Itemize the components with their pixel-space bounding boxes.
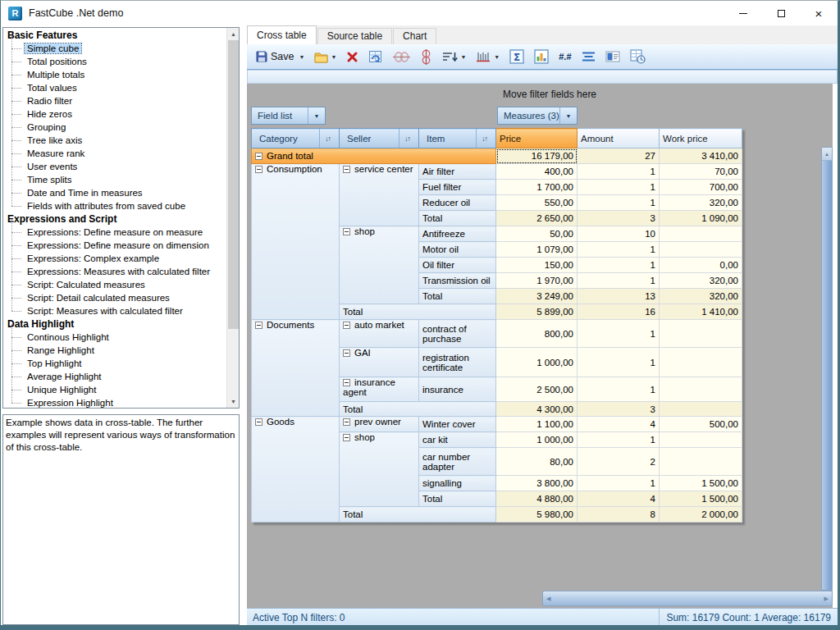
tree-item[interactable]: Multiple totals <box>3 68 226 81</box>
grid-cell[interactable]: Winter cover <box>419 417 496 432</box>
tree-item[interactable]: Expressions: Measures with calculated fi… <box>3 265 226 278</box>
grid-cell[interactable]: 3 410,00 <box>660 148 742 164</box>
grid-cell[interactable]: 16 <box>578 304 660 320</box>
grid-cell[interactable]: 70,00 <box>660 164 742 180</box>
align-button[interactable] <box>579 47 598 66</box>
tree-item[interactable]: Tree like axis <box>3 134 226 147</box>
grid-cell[interactable]: Grand total <box>252 148 496 164</box>
tree-scrollbar[interactable]: ▲ ▼ <box>226 28 239 408</box>
open-button[interactable]: ▼ <box>312 47 339 66</box>
tree-item[interactable]: Continous Highlight <box>3 331 226 344</box>
grid-cell[interactable]: 1 000,00 <box>496 348 578 377</box>
grid-cell[interactable]: 2 650,00 <box>496 211 578 226</box>
grid-cell[interactable]: Antifreeze <box>419 226 496 242</box>
sort-direction-icon[interactable]: ↓↑ <box>476 129 492 148</box>
vertical-scrollbar[interactable]: ▲ <box>821 147 833 591</box>
collapse-minus-icon[interactable] <box>343 322 350 329</box>
grid-cell[interactable]: 550,00 <box>496 195 578 211</box>
tree-item[interactable]: Script: Calculated measures <box>3 278 226 291</box>
tree-item[interactable]: Range Highlight <box>3 344 226 357</box>
tree-item[interactable]: Time splits <box>3 173 226 186</box>
column-header-work-price[interactable]: Work price <box>660 129 742 148</box>
grid-cell[interactable]: 1 000,00 <box>496 432 578 448</box>
grid-cell[interactable]: 3 249,00 <box>496 289 578 304</box>
grid-cell[interactable]: Total <box>340 304 496 320</box>
field-list-button[interactable]: Field list ▼ <box>251 107 326 125</box>
grid-cell[interactable]: Total <box>419 289 496 304</box>
sort-button[interactable]: ▼ <box>440 47 468 66</box>
scroll-up-icon[interactable]: ▲ <box>227 28 240 40</box>
grid-cell[interactable]: 0,00 <box>660 258 742 273</box>
collapse-minus-icon[interactable] <box>255 153 262 160</box>
field-list-dropdown-icon[interactable]: ▼ <box>308 107 325 124</box>
column-header-seller[interactable]: Seller↓↑ <box>340 129 419 148</box>
grid-cell[interactable]: signalling <box>419 476 496 491</box>
grid-cell[interactable]: Air filter <box>419 164 496 180</box>
highlight-button[interactable] <box>532 47 551 66</box>
grid-cell[interactable]: 1 <box>578 348 660 377</box>
grid-cell[interactable]: 4 880,00 <box>496 491 578 507</box>
grid-cell[interactable]: 1 <box>578 320 660 348</box>
collapse-minus-icon[interactable] <box>343 434 350 441</box>
grid-cell[interactable]: 320,00 <box>660 195 742 211</box>
grid-cell[interactable]: contract of purchase <box>419 320 496 348</box>
grid-cell[interactable]: 1 090,00 <box>660 211 742 226</box>
grid-cell[interactable]: 3 800,00 <box>496 476 578 491</box>
totals-button[interactable]: Σ <box>507 47 527 66</box>
scroll-up-icon[interactable]: ▲ <box>822 148 832 161</box>
grid-cell[interactable]: Consumption <box>252 164 340 320</box>
tab-chart[interactable]: Chart <box>393 28 436 44</box>
tree-item[interactable]: Radio filter <box>3 94 226 107</box>
grid-cell[interactable]: 50,00 <box>496 226 578 242</box>
grid-cell[interactable]: insurance <box>419 377 496 402</box>
grid-cell[interactable]: 800,00 <box>496 320 578 348</box>
grid-cell[interactable]: 1 <box>578 195 660 211</box>
grid-cell[interactable]: Documents <box>252 320 340 417</box>
tree-item[interactable]: Average Highlight <box>3 370 226 383</box>
grid-cell[interactable]: car kit <box>419 432 496 448</box>
collapse-minus-icon[interactable] <box>343 418 350 426</box>
grid-cell[interactable]: 5 980,00 <box>496 507 578 523</box>
grid-cell[interactable] <box>660 432 742 448</box>
save-dropdown-icon[interactable]: ▼ <box>299 54 305 60</box>
grid-cell[interactable]: Reducer oil <box>419 195 496 211</box>
tree-item[interactable]: Script: Detail calculated measures <box>3 291 226 304</box>
tree-item[interactable]: Script: Measures with calculated filter <box>3 304 226 317</box>
scroll-down-icon[interactable]: ▼ <box>227 395 240 408</box>
grid-cell[interactable]: 80,00 <box>496 448 578 476</box>
tree-item[interactable]: Hide zeros <box>3 107 226 121</box>
grid-info-button[interactable] <box>628 47 648 66</box>
grid-cell[interactable]: 700,00 <box>660 180 742 195</box>
grid-cell[interactable]: 500,00 <box>660 417 742 432</box>
refresh-cube-button[interactable] <box>366 47 386 66</box>
grid-cell[interactable]: 8 <box>578 507 660 523</box>
tree-item[interactable]: Grouping <box>3 121 226 134</box>
sort-direction-icon[interactable]: ↓↑ <box>319 129 336 148</box>
grid-cell[interactable]: 150,00 <box>496 258 578 273</box>
grid-cell[interactable]: 4 <box>578 417 660 432</box>
scale-dropdown-icon[interactable]: ▼ <box>494 54 500 60</box>
collapse-columns-button[interactable] <box>390 47 413 66</box>
column-header-price[interactable]: Price <box>496 129 578 148</box>
grid-cell[interactable]: 320,00 <box>660 289 742 304</box>
close-button[interactable]: × <box>800 1 838 25</box>
tree-item[interactable]: Top Highlight <box>3 357 226 370</box>
grid-cell[interactable]: Total <box>340 507 496 523</box>
grid-cell[interactable]: 320,00 <box>660 273 742 289</box>
measures-dropdown-icon[interactable]: ▼ <box>559 107 577 124</box>
tree-item[interactable]: Total values <box>3 81 226 94</box>
tree-item[interactable]: Expressions: Complex example <box>3 252 226 265</box>
tree-item[interactable]: User events <box>3 160 226 173</box>
grid-cell[interactable]: 1 <box>578 476 660 491</box>
grid-cell[interactable]: 13 <box>578 289 660 304</box>
grid-cell[interactable]: 1 <box>578 258 660 273</box>
tree-item[interactable]: Date and Time in measures <box>3 186 226 199</box>
grid-cell[interactable]: Transmission oil <box>419 273 496 289</box>
scale-button[interactable]: ▼ <box>473 47 502 66</box>
collapse-minus-icon[interactable] <box>343 228 350 235</box>
tree-item[interactable]: Measure rank <box>3 147 226 160</box>
grid-cell[interactable]: shop <box>340 432 419 507</box>
grid-cell[interactable]: 1 500,00 <box>660 476 742 491</box>
grid-cell[interactable]: 1 <box>578 273 660 289</box>
grid-cell[interactable]: Total <box>419 211 496 226</box>
